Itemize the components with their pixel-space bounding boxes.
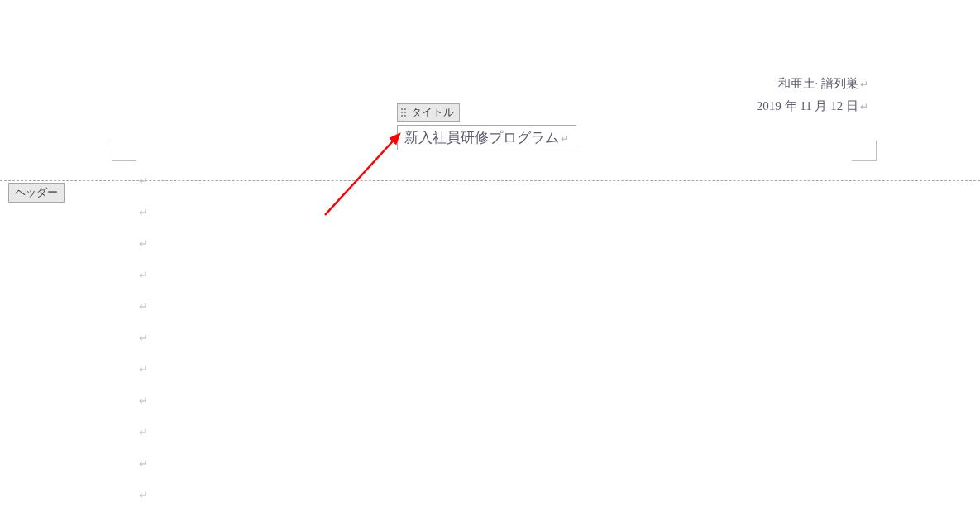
author-text: 和亜土· 譜列巣: [778, 77, 859, 90]
return-mark: ↵: [139, 197, 148, 228]
header-region-label-text: ヘッダー: [15, 186, 58, 198]
return-mark: ↵: [139, 417, 148, 448]
return-mark: ↵: [139, 291, 148, 322]
return-mark: ↵: [139, 480, 148, 511]
content-control-tag-label: タイトル: [411, 105, 454, 120]
return-mark: ↵: [860, 101, 868, 112]
return-mark: ↵: [561, 133, 569, 145]
date-line: 2019 年 11 月 12 日↵: [757, 95, 868, 117]
title-content-control[interactable]: 新入社員研修プログラム↵: [397, 125, 576, 150]
return-mark: ↵: [139, 322, 148, 354]
svg-point-5: [404, 115, 406, 117]
svg-point-1: [404, 108, 406, 110]
return-mark: ↵: [139, 165, 148, 197]
page-margin-corner-right: [852, 141, 877, 161]
svg-point-3: [404, 112, 406, 113]
title-text: 新入社員研修プログラム: [404, 130, 559, 146]
return-mark: ↵: [139, 448, 148, 480]
return-mark: ↵: [139, 354, 148, 385]
svg-line-7: [325, 134, 399, 215]
content-control-handle-icon: [400, 108, 409, 117]
return-mark: ↵: [139, 260, 148, 291]
return-mark: ↵: [139, 385, 148, 417]
return-mark: ↵: [139, 228, 148, 260]
date-text: 2019 年 11 月 12 日: [757, 99, 858, 112]
page-margin-corner-left: [112, 141, 136, 161]
header-region-label[interactable]: ヘッダー: [8, 183, 65, 203]
svg-point-2: [401, 112, 403, 113]
content-control-tag[interactable]: タイトル: [397, 103, 460, 122]
document-header-right[interactable]: 和亜土· 譜列巣↵ 2019 年 11 月 12 日↵: [757, 73, 868, 117]
svg-point-0: [401, 108, 403, 110]
author-line: 和亜土· 譜列巣↵: [757, 73, 868, 95]
body-paragraph-marks[interactable]: ↵↵↵↵↵↵↵↵↵↵↵: [139, 165, 148, 511]
svg-point-4: [401, 115, 403, 117]
return-mark: ↵: [860, 79, 868, 90]
